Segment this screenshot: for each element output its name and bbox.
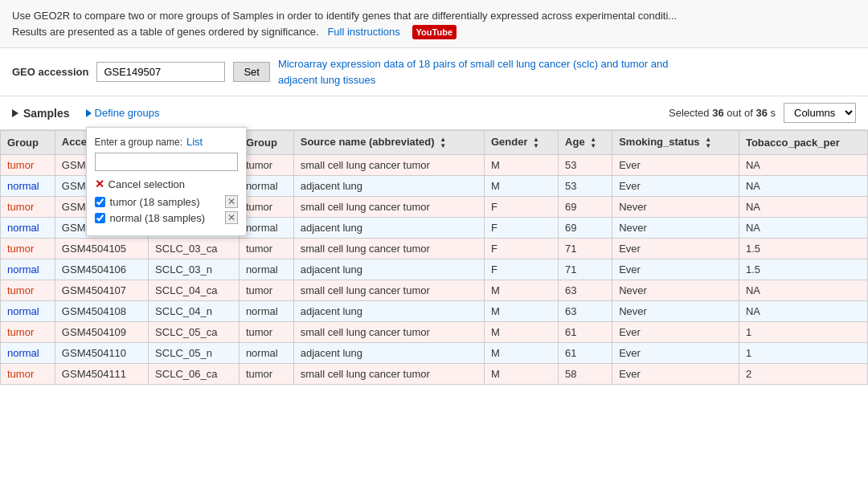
table-cell: 61: [559, 342, 612, 363]
col-source[interactable]: Source name (abbreviated) ▲▼: [293, 131, 484, 155]
table-cell: 1.5: [739, 238, 867, 259]
popup-list-link[interactable]: List: [186, 136, 203, 148]
table-cell: SCLC_05_ca: [149, 321, 240, 342]
cancel-selection-item[interactable]: ✕ Cancel selection: [95, 178, 238, 190]
table-cell: NA: [739, 217, 867, 238]
col-gender[interactable]: Gender ▲▼: [484, 131, 558, 155]
age-sort-icon: ▲▼: [590, 137, 596, 149]
group-tumor-checkbox[interactable]: [95, 197, 105, 207]
dataset-description: Microarray expression data of 18 pairs o…: [278, 56, 669, 88]
top-info-bar: Use GEO2R to compare two or more groups …: [0, 0, 868, 48]
selected-total-number: 36: [755, 107, 767, 119]
set-button[interactable]: Set: [233, 62, 270, 82]
table-row: normalGSM4504110SCLC_05_nnormaladjacent …: [1, 342, 868, 363]
col-group: Group: [1, 131, 55, 155]
table-cell: SCLC_03_n: [149, 259, 240, 280]
selected-count-number: 36: [712, 107, 723, 119]
table-cell: 63: [559, 300, 612, 321]
table-cell: F: [484, 217, 558, 238]
group-tumor-remove-button[interactable]: ✕: [225, 195, 238, 208]
group-normal-label: normal (18 samples): [110, 212, 206, 224]
smoking-sort-icon: ▲▼: [705, 137, 711, 149]
table-cell: adjacent lung: [293, 342, 484, 363]
gender-sort-icon: ▲▼: [533, 137, 539, 149]
table-cell: 1: [739, 321, 867, 342]
table-cell: tumor: [239, 196, 293, 217]
table-cell: normal: [239, 300, 293, 321]
table-cell: M: [484, 321, 558, 342]
table-cell: small cell lung cancer tumor: [293, 280, 484, 300]
table-cell: normal: [239, 259, 293, 280]
columns-dropdown[interactable]: Columns: [784, 103, 856, 123]
define-groups-popup: Enter a group name: List ✕ Cancel select…: [86, 127, 247, 236]
table-cell: GSM4504108: [55, 300, 148, 321]
table-cell: NA: [739, 196, 867, 217]
table-cell: F: [484, 259, 558, 280]
samples-title-text: Samples: [23, 107, 70, 120]
col-smoking[interactable]: Smoking_status ▲▼: [612, 131, 739, 155]
table-cell: normal: [1, 259, 55, 280]
table-cell: 69: [559, 217, 612, 238]
table-cell: NA: [739, 280, 867, 300]
cancel-selection-label: Cancel selection: [108, 178, 185, 190]
group-normal-remove-button[interactable]: ✕: [225, 211, 238, 224]
popup-group-name-row: Enter a group name: List: [95, 136, 238, 148]
define-groups-label: Define groups: [95, 107, 160, 119]
table-cell: adjacent lung: [293, 300, 484, 321]
table-row: tumorGSM4504105SCLC_03_catumorsmall cell…: [1, 238, 868, 259]
cancel-x-icon: ✕: [95, 178, 104, 190]
table-cell: normal: [239, 342, 293, 363]
table-cell: normal: [1, 300, 55, 321]
define-groups-container: Define groups Enter a group name: List ✕…: [86, 107, 160, 119]
table-cell: Never: [612, 300, 739, 321]
source-sort-icon: ▲▼: [440, 137, 446, 149]
group-name-input[interactable]: [95, 153, 238, 171]
table-cell: M: [484, 342, 558, 363]
youtube-text: You: [416, 27, 432, 37]
top-info-results: Results are presented as a table of gene…: [12, 26, 319, 38]
table-cell: Ever: [612, 238, 739, 259]
accession-label: GEO accession: [12, 66, 88, 78]
samples-title-block: Samples: [12, 107, 70, 120]
table-cell: tumor: [1, 321, 55, 342]
table-cell: tumor: [239, 280, 293, 300]
full-instructions-link[interactable]: Full instructions: [327, 26, 399, 38]
table-cell: F: [484, 196, 558, 217]
table-cell: tumor: [239, 238, 293, 259]
table-cell: tumor: [1, 363, 55, 384]
table-cell: SCLC_05_n: [149, 342, 240, 363]
table-cell: 71: [559, 259, 612, 280]
youtube-tube: Tube: [432, 27, 452, 37]
table-cell: M: [484, 175, 558, 196]
table-row: tumorGSM4504109SCLC_05_catumorsmall cell…: [1, 321, 868, 342]
table-cell: GSM4504105: [55, 238, 148, 259]
accession-input[interactable]: [96, 62, 225, 82]
samples-header-right: Selected 36 out of 36 s Columns: [669, 103, 856, 123]
youtube-badge: YouTube: [412, 25, 457, 40]
samples-header-left: Samples Define groups Enter a group name…: [12, 107, 160, 120]
enter-group-name-label: Enter a group name:: [95, 137, 182, 148]
table-cell: tumor: [1, 154, 55, 175]
col-tobacco: Tobacco_pack_per: [739, 131, 867, 155]
table-cell: 71: [559, 238, 612, 259]
define-groups-link[interactable]: Define groups: [86, 107, 160, 119]
table-cell: 53: [559, 154, 612, 175]
table-cell: tumor: [239, 363, 293, 384]
col-age[interactable]: Age ▲▼: [559, 131, 612, 155]
table-cell: 58: [559, 363, 612, 384]
table-cell: 1.5: [739, 259, 867, 280]
table-cell: normal: [239, 217, 293, 238]
samples-header: Samples Define groups Enter a group name…: [0, 96, 868, 130]
group-normal-checkbox[interactable]: [95, 213, 105, 223]
group-tumor-label: tumor (18 samples): [110, 196, 200, 208]
accession-row: GEO accession Set Microarray expression …: [0, 48, 868, 96]
table-cell: normal: [239, 175, 293, 196]
table-cell: M: [484, 154, 558, 175]
table-cell: tumor: [1, 196, 55, 217]
table-cell: tumor: [239, 154, 293, 175]
table-cell: adjacent lung: [293, 217, 484, 238]
table-cell: tumor: [239, 321, 293, 342]
table-cell: tumor: [1, 280, 55, 300]
table-cell: GSM4504107: [55, 280, 148, 300]
table-cell: GSM4504111: [55, 363, 148, 384]
